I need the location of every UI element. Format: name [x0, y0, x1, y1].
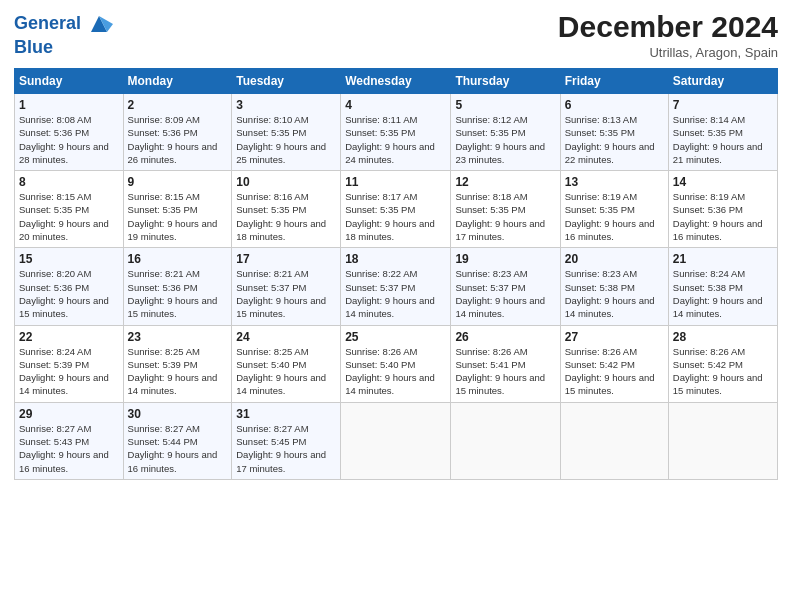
day-info: Sunrise: 8:25 AMSunset: 5:39 PMDaylight:…	[128, 345, 228, 398]
calendar-cell: 3 Sunrise: 8:10 AMSunset: 5:35 PMDayligh…	[232, 94, 341, 171]
logo-blue: Blue	[14, 38, 113, 58]
calendar-cell: 29 Sunrise: 8:27 AMSunset: 5:43 PMDaylig…	[15, 402, 124, 479]
day-number: 31	[236, 407, 336, 421]
day-info: Sunrise: 8:11 AMSunset: 5:35 PMDaylight:…	[345, 113, 446, 166]
day-info: Sunrise: 8:15 AMSunset: 5:35 PMDaylight:…	[128, 190, 228, 243]
calendar-cell	[668, 402, 777, 479]
calendar-cell: 9 Sunrise: 8:15 AMSunset: 5:35 PMDayligh…	[123, 171, 232, 248]
day-info: Sunrise: 8:12 AMSunset: 5:35 PMDaylight:…	[455, 113, 555, 166]
header: General Blue December 2024 Utrillas, Ara…	[14, 10, 778, 60]
logo-icon	[85, 10, 113, 38]
day-info: Sunrise: 8:26 AMSunset: 5:41 PMDaylight:…	[455, 345, 555, 398]
location: Utrillas, Aragon, Spain	[558, 45, 778, 60]
title-block: December 2024 Utrillas, Aragon, Spain	[558, 10, 778, 60]
day-info: Sunrise: 8:24 AMSunset: 5:39 PMDaylight:…	[19, 345, 119, 398]
day-info: Sunrise: 8:19 AMSunset: 5:35 PMDaylight:…	[565, 190, 664, 243]
day-number: 4	[345, 98, 446, 112]
day-info: Sunrise: 8:24 AMSunset: 5:38 PMDaylight:…	[673, 267, 773, 320]
day-number: 11	[345, 175, 446, 189]
calendar-cell: 2 Sunrise: 8:09 AMSunset: 5:36 PMDayligh…	[123, 94, 232, 171]
day-number: 28	[673, 330, 773, 344]
day-number: 22	[19, 330, 119, 344]
day-number: 26	[455, 330, 555, 344]
day-number: 17	[236, 252, 336, 266]
day-number: 3	[236, 98, 336, 112]
day-info: Sunrise: 8:13 AMSunset: 5:35 PMDaylight:…	[565, 113, 664, 166]
day-number: 5	[455, 98, 555, 112]
logo-text: General	[14, 14, 81, 34]
calendar-cell: 17 Sunrise: 8:21 AMSunset: 5:37 PMDaylig…	[232, 248, 341, 325]
day-number: 10	[236, 175, 336, 189]
calendar-cell: 28 Sunrise: 8:26 AMSunset: 5:42 PMDaylig…	[668, 325, 777, 402]
calendar-cell: 15 Sunrise: 8:20 AMSunset: 5:36 PMDaylig…	[15, 248, 124, 325]
calendar-cell: 22 Sunrise: 8:24 AMSunset: 5:39 PMDaylig…	[15, 325, 124, 402]
weekday-header-saturday: Saturday	[668, 69, 777, 94]
day-number: 19	[455, 252, 555, 266]
day-number: 6	[565, 98, 664, 112]
day-info: Sunrise: 8:21 AMSunset: 5:37 PMDaylight:…	[236, 267, 336, 320]
day-info: Sunrise: 8:09 AMSunset: 5:36 PMDaylight:…	[128, 113, 228, 166]
day-info: Sunrise: 8:27 AMSunset: 5:44 PMDaylight:…	[128, 422, 228, 475]
weekday-header-sunday: Sunday	[15, 69, 124, 94]
calendar-cell: 14 Sunrise: 8:19 AMSunset: 5:36 PMDaylig…	[668, 171, 777, 248]
day-info: Sunrise: 8:26 AMSunset: 5:42 PMDaylight:…	[673, 345, 773, 398]
day-info: Sunrise: 8:17 AMSunset: 5:35 PMDaylight:…	[345, 190, 446, 243]
calendar-cell: 7 Sunrise: 8:14 AMSunset: 5:35 PMDayligh…	[668, 94, 777, 171]
weekday-header-wednesday: Wednesday	[341, 69, 451, 94]
day-number: 9	[128, 175, 228, 189]
weekday-header-thursday: Thursday	[451, 69, 560, 94]
calendar-cell	[341, 402, 451, 479]
day-info: Sunrise: 8:27 AMSunset: 5:45 PMDaylight:…	[236, 422, 336, 475]
day-number: 8	[19, 175, 119, 189]
day-number: 12	[455, 175, 555, 189]
weekday-header-tuesday: Tuesday	[232, 69, 341, 94]
day-info: Sunrise: 8:10 AMSunset: 5:35 PMDaylight:…	[236, 113, 336, 166]
day-info: Sunrise: 8:25 AMSunset: 5:40 PMDaylight:…	[236, 345, 336, 398]
calendar-cell	[451, 402, 560, 479]
calendar-cell: 12 Sunrise: 8:18 AMSunset: 5:35 PMDaylig…	[451, 171, 560, 248]
calendar-cell: 23 Sunrise: 8:25 AMSunset: 5:39 PMDaylig…	[123, 325, 232, 402]
day-number: 23	[128, 330, 228, 344]
day-number: 25	[345, 330, 446, 344]
day-info: Sunrise: 8:26 AMSunset: 5:40 PMDaylight:…	[345, 345, 446, 398]
day-number: 30	[128, 407, 228, 421]
day-number: 14	[673, 175, 773, 189]
day-number: 20	[565, 252, 664, 266]
calendar-cell: 21 Sunrise: 8:24 AMSunset: 5:38 PMDaylig…	[668, 248, 777, 325]
calendar-cell: 8 Sunrise: 8:15 AMSunset: 5:35 PMDayligh…	[15, 171, 124, 248]
day-number: 2	[128, 98, 228, 112]
calendar-cell: 16 Sunrise: 8:21 AMSunset: 5:36 PMDaylig…	[123, 248, 232, 325]
calendar-cell: 5 Sunrise: 8:12 AMSunset: 5:35 PMDayligh…	[451, 94, 560, 171]
day-info: Sunrise: 8:15 AMSunset: 5:35 PMDaylight:…	[19, 190, 119, 243]
weekday-header-friday: Friday	[560, 69, 668, 94]
calendar-cell: 13 Sunrise: 8:19 AMSunset: 5:35 PMDaylig…	[560, 171, 668, 248]
day-info: Sunrise: 8:27 AMSunset: 5:43 PMDaylight:…	[19, 422, 119, 475]
calendar-cell: 6 Sunrise: 8:13 AMSunset: 5:35 PMDayligh…	[560, 94, 668, 171]
day-number: 18	[345, 252, 446, 266]
calendar-cell: 26 Sunrise: 8:26 AMSunset: 5:41 PMDaylig…	[451, 325, 560, 402]
day-info: Sunrise: 8:21 AMSunset: 5:36 PMDaylight:…	[128, 267, 228, 320]
day-info: Sunrise: 8:26 AMSunset: 5:42 PMDaylight:…	[565, 345, 664, 398]
day-info: Sunrise: 8:18 AMSunset: 5:35 PMDaylight:…	[455, 190, 555, 243]
calendar-cell: 19 Sunrise: 8:23 AMSunset: 5:37 PMDaylig…	[451, 248, 560, 325]
calendar-cell: 30 Sunrise: 8:27 AMSunset: 5:44 PMDaylig…	[123, 402, 232, 479]
calendar-cell: 24 Sunrise: 8:25 AMSunset: 5:40 PMDaylig…	[232, 325, 341, 402]
calendar-cell: 11 Sunrise: 8:17 AMSunset: 5:35 PMDaylig…	[341, 171, 451, 248]
calendar-cell: 10 Sunrise: 8:16 AMSunset: 5:35 PMDaylig…	[232, 171, 341, 248]
calendar-cell: 1 Sunrise: 8:08 AMSunset: 5:36 PMDayligh…	[15, 94, 124, 171]
calendar-cell: 25 Sunrise: 8:26 AMSunset: 5:40 PMDaylig…	[341, 325, 451, 402]
day-number: 24	[236, 330, 336, 344]
day-number: 29	[19, 407, 119, 421]
day-info: Sunrise: 8:23 AMSunset: 5:38 PMDaylight:…	[565, 267, 664, 320]
day-number: 15	[19, 252, 119, 266]
day-number: 21	[673, 252, 773, 266]
day-info: Sunrise: 8:23 AMSunset: 5:37 PMDaylight:…	[455, 267, 555, 320]
calendar-cell: 18 Sunrise: 8:22 AMSunset: 5:37 PMDaylig…	[341, 248, 451, 325]
day-number: 13	[565, 175, 664, 189]
day-info: Sunrise: 8:16 AMSunset: 5:35 PMDaylight:…	[236, 190, 336, 243]
day-number: 27	[565, 330, 664, 344]
day-number: 1	[19, 98, 119, 112]
page-container: General Blue December 2024 Utrillas, Ara…	[0, 0, 792, 488]
day-info: Sunrise: 8:08 AMSunset: 5:36 PMDaylight:…	[19, 113, 119, 166]
day-info: Sunrise: 8:22 AMSunset: 5:37 PMDaylight:…	[345, 267, 446, 320]
